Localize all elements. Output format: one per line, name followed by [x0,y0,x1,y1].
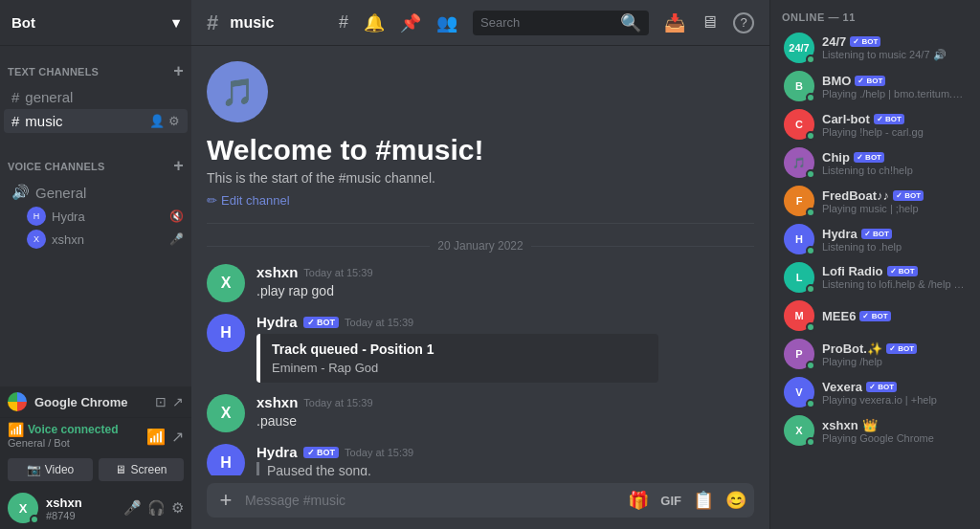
hydra-deafen-icon: 🔇 [169,209,184,223]
msg2-author: Hydra [256,314,298,330]
member-activity: Playing /help [822,356,967,367]
user-settings-icon[interactable]: ⚙ [171,499,184,517]
vc-leave-icon[interactable]: ↗ [171,428,184,446]
screen-button[interactable]: 🖥 Screen [99,458,184,481]
add-text-channel-btn[interactable]: + [173,61,184,81]
search-icon: 🔍 [620,12,641,33]
bot-tag: ✓ BOT [887,266,918,276]
msg2-avatar: H [207,314,245,352]
list-item[interactable]: B BMO ✓ BOT Playing ./help | bmo.teritum… [774,67,976,105]
video-icon: 📷 [27,463,41,476]
list-item[interactable]: H Hydra ✓ BOT Listening to .help [774,220,976,258]
list-item[interactable]: L Lofi Radio ✓ BOT Listening to lofi.hel… [774,258,976,297]
channel-music-label: music [25,113,62,129]
msg4-bot-badge: ✓ BOT [303,447,340,458]
member-activity: Listening to lofi.help & /help ✨ [822,278,967,291]
channel-music[interactable]: # music 👤 ⚙ [4,109,188,133]
stream-monitor-icon[interactable]: ⊡ [155,394,167,409]
member-activity: Playing !help - carl.gg [822,126,967,138]
video-button[interactable]: 📷 Video [8,458,93,481]
member-status [806,437,815,447]
msg1-avatar: X [207,264,245,302]
list-item[interactable]: F FredBoat♪♪ ✓ BOT Playing music | ;help [774,182,976,220]
header-monitor-icon[interactable]: 🖥 [701,12,718,33]
google-chrome-bar: Google Chrome ⊡ ↗ [0,386,191,418]
member-name: 24/7 ✓ BOT [822,34,967,49]
server-header[interactable]: Bot ▾ [0,0,191,46]
member-status [806,93,815,102]
gc-leave-icon[interactable]: ↗ [172,394,184,409]
online-header: ONLINE — 11 [770,0,980,29]
date-text: 20 January 2022 [437,239,523,253]
list-item[interactable]: X xshxn 👑 Playing Google Chrome [774,411,976,450]
list-item[interactable]: 24/7 24/7 ✓ BOT Listening to music 24/7 … [774,29,976,67]
user-avatar: X [8,493,38,523]
deafen-self-icon[interactable]: 🎧 [147,499,166,517]
add-voice-channel-btn[interactable]: + [173,156,184,176]
gif-icon[interactable]: GIF [660,494,681,508]
list-item[interactable]: C Carl-bot ✓ BOT Playing !help - carl.gg [774,105,976,143]
channel-header: # music # 🔔 📌 👥 🔍 📥 🖥 ? [191,0,769,46]
vc-icons: 📶 ↗ [146,428,184,446]
hash-icon-music: # [11,113,19,129]
header-pin-icon[interactable]: 📌 [400,12,421,33]
server-name: Bot [11,14,35,31]
input-area: + 🎁 GIF 📋 😊 [191,475,769,529]
member-info: 24/7 ✓ BOT Listening to music 24/7 🔊 [822,34,967,61]
msg3-author: xshxn [256,394,298,410]
mute-self-icon[interactable]: 🎤 [123,499,142,517]
message-input-wrap: + 🎁 GIF 📋 😊 [207,483,754,518]
voice-connected-label: 📶 Voice connected [8,422,118,437]
list-item[interactable]: P ProBot.✨ ✓ BOT Playing /help [774,335,976,373]
header-help-icon[interactable]: ? [733,12,754,33]
voice-member-xshxn[interactable]: X xshxn 🎤 [0,228,191,251]
voice-channel-general[interactable]: 🔊 General [4,180,188,205]
member-name: ProBot.✨ ✓ BOT [822,342,967,356]
table-row: X xshxn Today at 15:39 .play rap god [207,260,754,306]
member-status [806,361,815,370]
msg2-timestamp: Today at 15:39 [345,317,413,328]
member-activity: Listening to ch!help [822,165,967,176]
search-input[interactable] [480,15,614,30]
person-icon[interactable]: 👤 [149,114,165,128]
search-box[interactable]: 🔍 [473,11,649,35]
gift-icon[interactable]: 🎁 [628,490,649,511]
sticker-icon[interactable]: 📋 [693,490,714,511]
msg3-content: .pause [256,412,754,431]
member-avatar: M [784,300,814,331]
member-avatar: V [784,377,814,408]
bot-tag: ✓ BOT [861,229,892,239]
settings-icon[interactable]: ⚙ [168,114,180,128]
edit-channel-btn[interactable]: ✏ Edit channel [207,193,754,208]
channel-general[interactable]: # general [4,85,188,109]
add-attachment-btn[interactable]: + [214,489,237,512]
member-info: ProBot.✨ ✓ BOT Playing /help [822,342,967,367]
voice-member-hydra[interactable]: H Hydra 🔇 [0,205,191,228]
list-item[interactable]: M MEE6 ✓ BOT [774,297,976,335]
hydra-mini-avatar: H [27,207,46,226]
msg1-author: xshxn [256,264,298,280]
hydra-voice-name: Hydra [52,209,85,224]
emoji-icon[interactable]: 😊 [725,490,746,511]
channels-list: TEXT CHANNELS + # general # music 👤 ⚙ VO… [0,46,191,386]
list-item[interactable]: V Vexera ✓ BOT Playing vexera.io | +help [774,373,976,411]
header-hash-icon[interactable]: # [339,12,348,33]
vc-signal-icon[interactable]: 📶 [146,428,166,446]
message-input[interactable] [245,487,620,514]
voice-channels-header: VOICE CHANNELS + [0,141,191,180]
welcome-title: Welcome to #music! [207,134,754,166]
username: xshxn [46,496,116,510]
header-members-icon[interactable]: 👥 [436,12,457,33]
header-inbox-icon[interactable]: 📥 [664,12,685,33]
google-chrome-label: Google Chrome [34,395,147,409]
msg3-timestamp: Today at 15:39 [303,397,372,408]
list-item[interactable]: 🎵 Chip ✓ BOT Listening to ch!help [774,143,976,182]
msg4-avatar: H [207,444,245,475]
bot-tag: ✓ BOT [893,190,924,201]
msg4-content: Paused the song. [256,462,754,475]
header-bell-icon[interactable]: 🔔 [364,12,385,33]
member-activity: Playing music | ;help [822,203,967,214]
user-name-wrap: xshxn #8749 [46,496,116,521]
msg3-body: xshxn Today at 15:39 .pause [256,394,754,432]
hash-icon-general: # [11,89,19,105]
